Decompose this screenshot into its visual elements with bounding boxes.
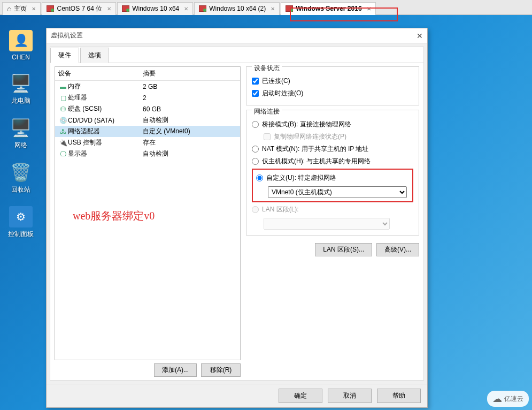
- vm-icon: [286, 5, 293, 12]
- display-icon: 🖵: [58, 150, 68, 158]
- tab-label: Windows 10 x64: [132, 5, 179, 12]
- memory-icon: ▬: [58, 83, 68, 90]
- hostonly-radio[interactable]: [252, 158, 259, 165]
- help-button[interactable]: 帮助: [377, 389, 421, 403]
- tab-centos[interactable]: CentOS 7 64 位 ✕: [42, 2, 116, 15]
- watermark-text: 亿速云: [504, 394, 523, 404]
- settings-tabs: 硬件 选项: [50, 47, 423, 63]
- connected-label[interactable]: 已连接(C): [262, 77, 290, 86]
- device-buttons: 添加(A)... 移除(R): [55, 363, 241, 377]
- lan-radio: [252, 206, 259, 213]
- usb-icon: 🔌: [58, 139, 68, 147]
- header-summary: 摘要: [140, 67, 240, 80]
- dialog-close-button[interactable]: ✕: [417, 32, 423, 40]
- nic-icon: 🖧: [58, 128, 68, 135]
- controlpanel-icon: ⚙: [9, 206, 33, 227]
- tab-home[interactable]: ⌂ 主页 ✕: [2, 2, 41, 15]
- device-list-header: 设备 摘要: [55, 67, 240, 81]
- desktop-icon-recycle[interactable]: 🗑️ 回收站: [0, 162, 42, 194]
- tab-hardware[interactable]: 硬件: [50, 48, 79, 63]
- cpu-icon: ▢: [58, 94, 68, 102]
- vm-icon: [47, 5, 54, 12]
- tab-label: Windows Server 2016: [296, 5, 361, 12]
- bridged-label[interactable]: 桥接模式(B): 直接连接物理网络: [262, 120, 351, 129]
- close-icon[interactable]: ✕: [32, 6, 36, 12]
- tab-label: CentOS 7 64 位: [57, 4, 102, 13]
- close-icon[interactable]: ✕: [107, 6, 111, 12]
- lan-label: LAN 区段(L):: [262, 205, 299, 214]
- tab-label: Windows 10 x64 (2): [209, 5, 266, 12]
- lan-segment-select: [264, 218, 390, 230]
- disk-icon: ⛁: [58, 105, 68, 113]
- device-row-usb[interactable]: 🔌USB 控制器存在: [55, 137, 240, 148]
- desktop-icon-network[interactable]: 🖥️ 网络: [0, 117, 42, 150]
- desktop-icon-controlpanel[interactable]: ⚙ 控制面板: [0, 206, 42, 239]
- custom-label[interactable]: 自定义(U): 特定虚拟网络: [266, 173, 336, 183]
- device-row-network[interactable]: 🖧网络适配器自定义 (VMnet0): [55, 126, 240, 137]
- close-icon[interactable]: ✕: [367, 6, 371, 12]
- vm-icon: [122, 5, 129, 12]
- tab-options[interactable]: 选项: [80, 48, 109, 63]
- desktop-icon-user[interactable]: 👤 CHEN: [0, 30, 42, 61]
- cd-icon: 💿: [58, 117, 68, 124]
- connect-poweron-checkbox[interactable]: [252, 90, 259, 97]
- connected-checkbox[interactable]: [252, 78, 259, 85]
- header-device: 设备: [55, 67, 140, 80]
- hardware-right-col: 设备状态 已连接(C) 启动时连接(O) 网络连接: [246, 66, 419, 377]
- network-legend: 网络连接: [252, 107, 282, 116]
- recycle-icon: 🗑️: [9, 162, 33, 183]
- replicate-checkbox: [264, 133, 271, 140]
- tab-win10-2[interactable]: Windows 10 x64 (2) ✕: [194, 2, 280, 15]
- desktop-icon-pc[interactable]: 🖥️ 此电脑: [0, 73, 42, 105]
- close-icon[interactable]: ✕: [184, 6, 188, 12]
- device-row-memory[interactable]: ▬内存2 GB: [55, 81, 240, 92]
- device-row-disk[interactable]: ⛁硬盘 (SCSI)60 GB: [55, 103, 240, 115]
- dialog-title-text: 虚拟机设置: [51, 31, 83, 40]
- replicate-label: 复制物理网络连接状态(P): [274, 132, 346, 141]
- custom-network-select[interactable]: VMnet0 (仅主机模式): [268, 186, 407, 198]
- network-connection-fieldset: 网络连接 桥接模式(B): 直接连接物理网络 复制物理网络连接状态(P): [246, 110, 419, 236]
- nat-radio[interactable]: [252, 146, 259, 153]
- tab-winserver[interactable]: Windows Server 2016 ✕: [281, 2, 375, 15]
- dialog-titlebar: 虚拟机设置 ✕: [47, 28, 427, 43]
- desktop-icons: 👤 CHEN 🖥️ 此电脑 🖥️ 网络 🗑️ 回收站 ⚙ 控制面板: [0, 15, 47, 250]
- device-status-fieldset: 设备状态 已连接(C) 启动时连接(O): [246, 66, 419, 105]
- vmware-tabbar: ⌂ 主页 ✕ CentOS 7 64 位 ✕ Windows 10 x64 ✕ …: [0, 0, 532, 15]
- device-row-cpu[interactable]: ▢处理器2: [55, 92, 240, 103]
- dialog-footer: 确定 取消 帮助: [47, 384, 427, 407]
- home-icon: ⌂: [7, 4, 11, 13]
- network-extra-buttons: LAN 区段(S)... 高级(V)...: [246, 243, 419, 256]
- annotation-text: web服务器绑定v0: [73, 209, 155, 223]
- annotation-custom-highlight: 自定义(U): 特定虚拟网络 VMnet0 (仅主机模式): [252, 169, 413, 202]
- device-status-legend: 设备状态: [252, 64, 282, 73]
- custom-radio[interactable]: [256, 174, 263, 181]
- connect-poweron-label[interactable]: 启动时连接(O): [262, 89, 303, 98]
- lan-segments-button[interactable]: LAN 区段(S)...: [315, 243, 372, 256]
- vm-icon: [199, 5, 206, 12]
- hostonly-label[interactable]: 仅主机模式(H): 与主机共享的专用网络: [262, 157, 371, 166]
- watermark: ☁ 亿速云: [487, 391, 529, 407]
- device-row-display[interactable]: 🖵显示器自动检测: [55, 148, 240, 160]
- tab-win10[interactable]: Windows 10 x64 ✕: [117, 2, 193, 15]
- add-device-button[interactable]: 添加(A)...: [154, 363, 197, 377]
- cancel-button[interactable]: 取消: [328, 389, 372, 403]
- user-folder-icon: 👤: [9, 30, 33, 51]
- nat-label[interactable]: NAT 模式(N): 用于共享主机的 IP 地址: [262, 145, 368, 154]
- remove-device-button[interactable]: 移除(R): [201, 363, 241, 377]
- ok-button[interactable]: 确定: [279, 389, 322, 403]
- tab-label: 主页: [14, 4, 27, 13]
- device-row-cddvd[interactable]: 💿CD/DVD (SATA)自动检测: [55, 115, 240, 126]
- pc-icon: 🖥️: [9, 73, 33, 94]
- network-icon: 🖥️: [9, 117, 33, 139]
- advanced-button[interactable]: 高级(V)...: [376, 243, 419, 256]
- bridged-radio[interactable]: [252, 121, 259, 128]
- close-icon[interactable]: ✕: [271, 6, 275, 12]
- cloud-icon: ☁: [492, 393, 502, 405]
